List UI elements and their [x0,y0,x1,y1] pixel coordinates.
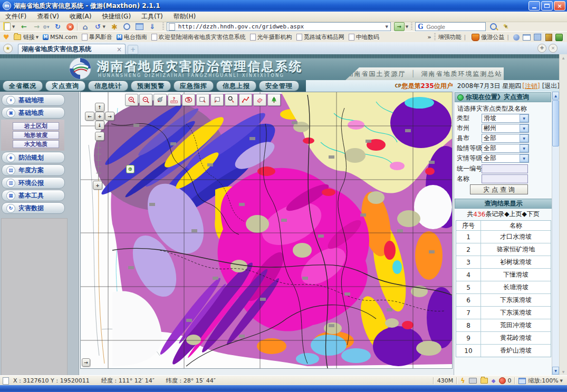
sidebar-item-disaster-data[interactable]: ↻灾害数据 [2,202,65,214]
enhance-features-link[interactable]: 增强功能 [438,33,462,41]
sidebar-item-annual-plan[interactable]: ▤年度方案 [2,164,65,176]
result-row[interactable]: 1才口水滑坡 [456,230,551,243]
popup-window-icon[interactable] [523,34,531,41]
menu-groups[interactable]: 快捷组(G) [97,11,136,22]
groups-icon[interactable] [135,23,145,31]
scroll-up-button[interactable]: ▲ [552,92,559,100]
link-item[interactable]: MSN.com [50,34,78,41]
map-viewport[interactable]: ? S ↑ ← + → ↓ − + → ⊕ [80,92,453,369]
scrollbar-thumb[interactable] [552,100,559,146]
result-row[interactable]: 8荒田冲滑坡 [456,319,551,331]
draw-line-button[interactable] [239,94,252,106]
pan-button[interactable] [153,94,167,106]
name-input[interactable] [482,174,528,183]
sidebar-item-base-geography[interactable]: »基础地理 [2,94,65,106]
chevron-down-icon[interactable]: ▼ [520,124,528,132]
export-image-button[interactable] [267,94,281,106]
nav-tab-statistics[interactable]: 信息统计 [88,81,128,91]
nav-tab-forecast[interactable]: 预测预警 [131,81,171,91]
history-clock-icon[interactable] [122,23,132,31]
menu-tools[interactable]: 工具(T) [136,11,168,22]
prev-page-link[interactable]: ◆上页 [504,210,522,219]
boost-lightning-icon[interactable]: ϟ [460,377,465,385]
links-label[interactable]: 链接 [23,33,35,41]
eraser-button[interactable] [253,94,266,106]
user-icon[interactable] [513,34,520,41]
download-icon[interactable]: ⇓ [148,23,157,31]
forward-icon[interactable]: → [32,23,41,31]
chevron-down-icon[interactable]: ▼ [520,114,528,122]
county-select[interactable]: 全部▼ [482,134,529,143]
back-icon[interactable]: ← [19,23,28,31]
zoom-slider-plus-button[interactable]: + [93,181,102,190]
scroll-down-button[interactable]: ▼ [552,367,559,375]
link-item[interactable]: 电台指南 [124,33,147,41]
pan-down-button[interactable]: ↓ [95,121,104,130]
nav-tab-report[interactable]: 信息上报 [216,81,256,91]
result-row[interactable]: 5长塘滑坡 [456,281,551,293]
close-button[interactable]: × [554,1,565,11]
tab-active[interactable]: 湖南省地质灾害信息系统 × [18,44,126,55]
menu-view[interactable]: 查看(V) [32,11,64,22]
disaster-level-select[interactable]: 全部▼ [482,154,529,163]
scale-button[interactable]: S [182,94,195,106]
land-resources-link[interactable]: 湖南省国土资源厅 [347,70,406,79]
search-icon[interactable] [490,23,497,30]
scroll-right-button[interactable]: → [82,358,90,367]
geological-map[interactable] [81,92,452,368]
paint-icon[interactable] [545,34,552,41]
result-row[interactable]: 4下懂滑坡 [456,268,551,281]
sidebar-item-prevention-planning[interactable]: ◈防治规划 [2,152,65,163]
zoom-box-button[interactable] [225,94,238,106]
tab-tools-button[interactable]: ✚ [537,44,546,53]
refresh-icon[interactable]: ↻ [53,23,62,31]
plugin-icon[interactable] [555,34,563,41]
history-dropdown-icon[interactable]: ⊙▾ [41,23,51,31]
filter-diamond-icon[interactable]: ◆ [492,378,496,384]
result-row[interactable]: 3衫树垅滑坡 [456,256,551,268]
favorites-heart-icon[interactable]: ♥ [3,33,9,41]
go-dropdown-icon[interactable]: ▼ [406,25,408,29]
links-dropdown-icon[interactable]: ▼ [36,35,39,40]
zoom-dropdown-icon[interactable]: ▼ [560,379,563,383]
stop-icon[interactable]: × [65,23,75,31]
menu-favorites[interactable]: 收藏(A) [64,11,97,22]
sidebar-item-base-geology[interactable]: ▣基础地质 [2,107,65,119]
pan-up-button[interactable]: ↑ [95,103,104,112]
tab-close-icon[interactable]: × [117,46,122,53]
link-item[interactable]: 暴风影音 [89,33,112,41]
address-dropdown-icon[interactable]: ▼ [383,25,390,29]
charity-link[interactable]: 傲游公益 [481,33,504,41]
zoom-slider-track[interactable] [96,141,101,179]
menu-help[interactable]: 帮助(H) [168,11,201,22]
pan-center-button[interactable]: + [95,112,104,121]
zoom-level[interactable]: 缩放:100% [528,377,558,385]
result-row[interactable]: 9黄花岭滑坡 [456,331,551,344]
sidebar-subitem-rock-zoning[interactable]: 岩土区划 [13,122,59,130]
new-tab-icon[interactable] [3,23,12,31]
unified-id-input[interactable] [482,164,528,173]
sidebar-subitem-terrain-slope[interactable]: 地形坡度 [13,131,59,139]
sidebar-subitem-hydrogeology[interactable]: 水文地质 [13,140,59,148]
favorites-star-button[interactable]: ★ [3,44,13,53]
magic-wand-icon[interactable]: ✱ [110,23,119,31]
pan-right-button[interactable]: → [105,112,114,121]
notes-icon[interactable] [534,34,541,41]
restore-button[interactable] [541,1,553,11]
links-folder-icon[interactable] [14,34,21,40]
edge-scroll-down-icon[interactable]: ▼ [560,370,567,374]
type-select[interactable]: 滑坡▼ [482,114,529,123]
address-input[interactable] [177,23,383,31]
select-rect-button[interactable] [196,94,209,106]
sidebar-item-basic-tools[interactable]: ▦基本工具 [2,190,65,201]
edge-scroll-up-icon[interactable]: ▲ [560,56,567,60]
zoom-slider-minus-button[interactable]: − [95,132,104,141]
new-tab-dropdown-icon[interactable]: ▼ [12,25,15,29]
zoom-out-button[interactable] [139,94,152,106]
link-item[interactable]: 欢迎登陆湖南省地质灾害信息系统 [159,33,246,41]
nav-tab-security[interactable]: 安全管理 [259,81,299,91]
undo-icon[interactable]: ↺ [93,23,102,31]
nav-tab-overview[interactable]: 全省概况 [3,81,43,91]
zoom-window-icon[interactable] [518,378,526,384]
result-row[interactable]: 10香炉山滑坡 [456,344,551,357]
